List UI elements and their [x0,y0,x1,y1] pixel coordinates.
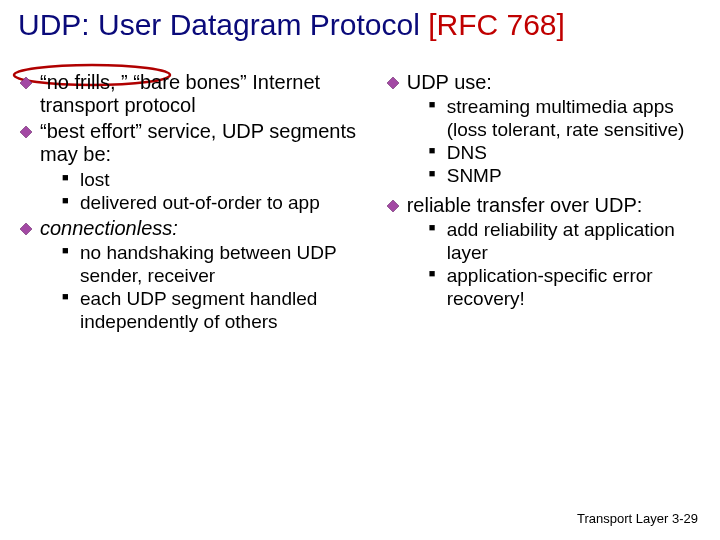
svg-marker-4 [387,77,399,89]
footer: Transport Layer 3-29 [577,511,698,526]
list-item: “best effort” service, UDP segments may … [18,120,369,215]
sublist: add reliability at application layer app… [407,219,702,310]
sublist: streaming multimedia apps (loss tolerant… [407,96,702,188]
diamond-bullet-icon [20,126,32,138]
bullet-text: connectionless: [40,217,178,239]
sub-item: streaming multimedia apps (loss tolerant… [429,96,702,141]
title-rfc: [RFC 768] [428,8,565,41]
diamond-bullet-icon [387,200,399,212]
diamond-bullet-icon [387,77,399,89]
sub-item: DNS [429,142,702,164]
sub-item: add reliability at application layer [429,219,702,264]
svg-marker-3 [20,223,32,235]
title-main: UDP: User Datagram Protocol [18,8,428,41]
bullet-list-right: UDP use: streaming multimedia apps (loss… [385,71,702,310]
bullet-text: “best effort” service, UDP segments may … [40,120,356,166]
slide: UDP: User Datagram Protocol [RFC 768] “n… [0,0,720,540]
sub-item: delivered out-of-order to app [62,192,369,214]
footer-label: Transport Layer [577,511,668,526]
sub-item: application-specific error recovery! [429,265,702,310]
sub-item: lost [62,169,369,191]
sub-item: each UDP segment handled independently o… [62,288,369,333]
page-number: 3-29 [672,511,698,526]
svg-marker-1 [20,77,32,89]
list-item: connectionless: no handshaking between U… [18,217,369,333]
list-item: “no frills, ” “bare bones” Internet tran… [18,71,369,118]
list-item: reliable transfer over UDP: add reliabil… [385,194,702,310]
diamond-bullet-icon [20,77,32,89]
content-columns: “no frills, ” “bare bones” Internet tran… [18,71,702,335]
left-column: “no frills, ” “bare bones” Internet tran… [18,71,369,335]
sub-item: SNMP [429,165,702,187]
right-column: UDP use: streaming multimedia apps (loss… [385,71,702,335]
bullet-list-left: “no frills, ” “bare bones” Internet tran… [18,71,369,333]
svg-marker-2 [20,126,32,138]
bullet-text: UDP use: [407,71,492,93]
sub-item: no handshaking between UDP sender, recei… [62,242,369,287]
list-item: UDP use: streaming multimedia apps (loss… [385,71,702,188]
diamond-bullet-icon [20,223,32,235]
bullet-text: reliable transfer over UDP: [407,194,643,216]
sublist: lost delivered out-of-order to app [40,169,369,215]
sublist: no handshaking between UDP sender, recei… [40,242,369,333]
slide-title: UDP: User Datagram Protocol [RFC 768] [18,8,702,43]
svg-marker-5 [387,200,399,212]
bullet-text: “no frills, ” “bare bones” Internet tran… [40,71,320,117]
